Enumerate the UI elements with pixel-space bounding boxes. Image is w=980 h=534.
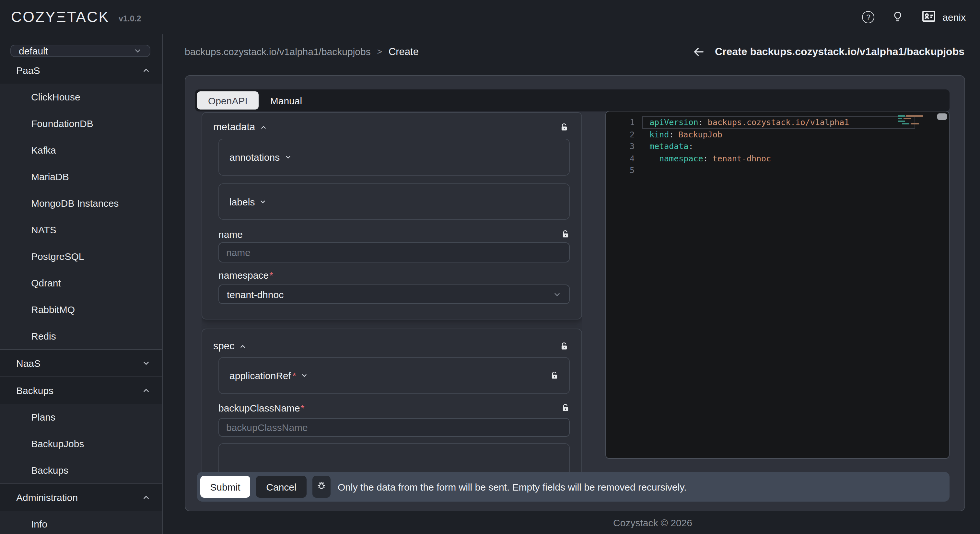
cozystack-logo[interactable]: COZYΞTACK (11, 8, 110, 26)
app-root: COZYΞTACK v1.0.2 ? (0, 0, 980, 534)
section-label: Backups (16, 385, 54, 396)
labels-label: labels (229, 196, 255, 207)
username-label: aenix (942, 12, 966, 23)
sidebar-item-info[interactable]: Info (0, 511, 162, 534)
required-marker: * (292, 370, 296, 381)
form-column: metadata annotations (202, 112, 582, 472)
required-marker: * (269, 270, 273, 281)
sidebar-item-plans[interactable]: Plans (0, 404, 162, 430)
sidebar-section-paas[interactable]: PaaS (0, 57, 162, 84)
breadcrumb-path-link[interactable]: backups.cozystack.io/v1alpha1/backupjobs (185, 46, 371, 57)
yaml-editor[interactable]: 1 2 3 4 5 apiVersion:backups.cozystack.i… (605, 111, 950, 459)
sidebar-administration-items: Info (0, 511, 162, 534)
editor-mode-tabs: OpenAPI Manual (195, 89, 950, 111)
back-arrow-icon[interactable] (692, 45, 705, 58)
namespace-select-value: tenant-dhnoc (227, 289, 283, 300)
sidebar-item-postgresql[interactable]: PostgreSQL (0, 243, 162, 270)
sidebar-item-backupjobs[interactable]: BackupJobs (0, 430, 162, 457)
editor-minimap (898, 115, 927, 126)
name-field-label: name (218, 229, 243, 240)
labels-group[interactable]: labels (218, 183, 570, 220)
unlock-icon[interactable] (560, 123, 568, 131)
yaml-key: namespace (659, 153, 703, 163)
chevron-down-icon (142, 359, 150, 367)
unlock-icon[interactable] (550, 371, 559, 380)
yaml-key: metadata (649, 141, 688, 151)
annotations-group[interactable]: annotations (218, 139, 570, 176)
sidebar-item-redis[interactable]: Redis (0, 323, 162, 349)
tab-openapi[interactable]: OpenAPI (197, 91, 259, 110)
chevron-down-icon (301, 372, 308, 379)
editor-line: metadata: (649, 141, 927, 153)
chevron-down-icon (284, 154, 291, 161)
top-header: COZYΞTACK v1.0.2 ? (0, 0, 980, 34)
breadcrumb: backups.cozystack.io/v1alpha1/backupjobs… (185, 46, 419, 57)
bug-icon (316, 480, 327, 493)
sidebar-item-mariadb[interactable]: MariaDB (0, 163, 162, 190)
backup-class-label: backupClassName (218, 402, 300, 413)
user-menu[interactable]: aenix (921, 8, 966, 26)
debug-button[interactable] (312, 476, 331, 498)
sidebar-item-rabbitmq[interactable]: RabbitMQ (0, 296, 162, 323)
unlock-icon[interactable] (561, 404, 570, 412)
chevron-up-icon (142, 386, 150, 395)
main-area: backups.cozystack.io/v1alpha1/backupjobs… (163, 34, 980, 534)
yaml-colon: : (703, 153, 708, 163)
chevron-down-icon (553, 290, 561, 299)
sidebar-item-nats[interactable]: NATS (0, 216, 162, 243)
section-label: NaaS (16, 358, 40, 369)
metadata-section-label: metadata (213, 121, 255, 133)
chevron-up-icon (142, 66, 150, 75)
sidebar: default PaaS ClickHouse FoundationDB Kaf… (0, 34, 163, 534)
lightbulb-icon (891, 10, 904, 25)
yaml-key: apiVersion (649, 117, 698, 127)
editor-line: kind:BackupJob (649, 129, 927, 141)
spec-section-header[interactable]: spec (213, 340, 568, 352)
sidebar-section-administration[interactable]: Administration (0, 484, 162, 511)
sidebar-item-mongodb-instances[interactable]: MongoDB Instances (0, 190, 162, 216)
chevron-down-icon (134, 47, 142, 55)
line-number: 3 (606, 141, 635, 153)
yaml-colon: : (669, 129, 674, 139)
editor-scrollbar-thumb[interactable] (937, 113, 947, 120)
theme-toggle-button[interactable] (891, 10, 904, 25)
context-select-value: default (19, 45, 48, 56)
breadcrumb-current: Create (388, 46, 419, 57)
application-ref-group[interactable]: applicationRef* (218, 357, 570, 394)
tab-manual[interactable]: Manual (270, 95, 302, 106)
sidebar-section-backups[interactable]: Backups (0, 377, 162, 404)
spec-panel: spec applicationRef* (202, 329, 582, 472)
required-marker: * (301, 402, 305, 413)
sidebar-paas-items: ClickHouse FoundationDB Kafka MariaDB Mo… (0, 84, 162, 349)
context-select[interactable]: default (10, 45, 150, 57)
metadata-section-header[interactable]: metadata (213, 121, 568, 133)
editor-line-numbers: 1 2 3 4 5 (606, 117, 635, 176)
sidebar-item-clickhouse[interactable]: ClickHouse (0, 84, 162, 110)
unlock-icon[interactable] (561, 230, 570, 238)
yaml-value: tenant-dhnoc (713, 153, 771, 163)
create-form-card: OpenAPI Manual metadata (185, 75, 965, 511)
editor-line: namespace:tenant-dhnoc (649, 153, 927, 165)
editor-line: apiVersion:backups.cozystack.io/v1alpha1 (649, 117, 927, 129)
sidebar-item-kafka[interactable]: Kafka (0, 137, 162, 163)
id-card-icon (921, 8, 937, 26)
plan-ref-group[interactable]: planRef (218, 443, 570, 472)
footer-copyright: Cozystack © 2026 (613, 517, 692, 528)
yaml-colon: : (688, 141, 693, 151)
cancel-button[interactable]: Cancel (256, 476, 307, 498)
sidebar-item-backups[interactable]: Backups (0, 457, 162, 483)
chevron-up-icon (239, 343, 246, 350)
unlock-icon[interactable] (560, 342, 568, 350)
name-input[interactable] (218, 242, 570, 262)
submit-button[interactable]: Submit (200, 476, 250, 498)
help-button[interactable]: ? (862, 11, 874, 23)
yaml-value: BackupJob (678, 129, 722, 139)
sidebar-item-qdrant[interactable]: Qdrant (0, 270, 162, 296)
application-ref-label: applicationRef (229, 370, 291, 381)
line-number: 5 (606, 165, 635, 176)
sidebar-section-naas[interactable]: NaaS (0, 350, 162, 377)
backup-class-input[interactable] (218, 418, 570, 437)
sidebar-item-foundationdb[interactable]: FoundationDB (0, 110, 162, 137)
namespace-select[interactable]: tenant-dhnoc (218, 284, 570, 304)
section-label: PaaS (16, 65, 40, 76)
